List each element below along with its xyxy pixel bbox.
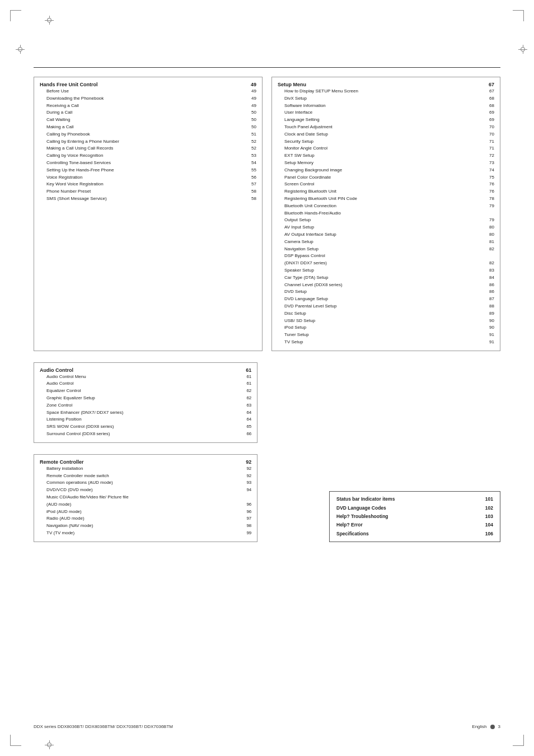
list-item: Monitor Angle Control71 — [278, 145, 494, 152]
crosshair-left-bottom — [16, 45, 25, 54]
footer-page: 3 — [498, 724, 500, 729]
list-item: Common operations (AUD mode)93 — [40, 479, 251, 487]
list-item: Voice Registration56 — [40, 174, 256, 181]
list-item: Remote Controller mode switch92 — [40, 473, 251, 480]
list-item: Audio Control Menu61 — [40, 374, 251, 381]
list-item: Status bar Indicator items101 — [336, 495, 493, 503]
list-item: Changing Background image74 — [278, 167, 494, 174]
list-item: Zone Control63 — [40, 402, 251, 409]
list-item: Help? Troubleshooting103 — [336, 512, 493, 521]
hands-free-box: Hands Free Unit Control 49 Before Use49D… — [34, 77, 263, 351]
setup-menu-items: How to Display SETUP Menu Screen67DivX S… — [278, 88, 494, 346]
list-item: DivX Setup68 — [278, 95, 494, 102]
top-rule — [34, 67, 500, 68]
summary-box: Status bar Indicator items101DVD Languag… — [329, 491, 500, 542]
list-item: Listening Position64 — [40, 416, 251, 423]
list-item: Key Word Voice Registration57 — [40, 181, 256, 188]
setup-menu-title: Setup Menu — [278, 82, 306, 87]
hands-free-title: Hands Free Unit Control — [40, 82, 98, 87]
list-item: SMS (Short Message Service)58 — [40, 195, 256, 203]
crosshair-bottom-right — [45, 740, 54, 749]
list-item: Call Waiting50 — [40, 116, 256, 124]
list-item: EXT SW Setup72 — [278, 152, 494, 160]
list-item: Music CD/Audio file/Video file/ Picture … — [40, 494, 251, 501]
list-item: Speaker Setup83 — [278, 267, 494, 274]
list-item: Output Setup79 — [278, 217, 494, 224]
remote-controller-title: Remote Controller — [40, 459, 84, 465]
list-item: Registering Bluetooth Unit PIN Code78 — [278, 195, 494, 203]
list-item: How to Display SETUP Menu Screen67 — [278, 88, 494, 95]
list-item: DVD/VCD (DVD mode)94 — [40, 487, 251, 494]
page-dot-icon — [490, 725, 495, 729]
corner-mark-br — [513, 735, 524, 746]
list-item: User Interface69 — [278, 109, 494, 116]
remote-controller-box: Remote Controller 92 Battery installatio… — [34, 454, 257, 542]
list-item: Specifications106 — [336, 530, 493, 538]
mid-section: Audio Control 61 Audio Control Menu61Aud… — [34, 362, 500, 443]
list-item: Bluetooth Hands-Free/Audio — [278, 210, 494, 217]
hands-free-title-row: Hands Free Unit Control 49 — [40, 82, 256, 87]
list-item: Bluetooth Unit Connection79 — [278, 203, 494, 210]
bottom-section: Remote Controller 92 Battery installatio… — [34, 454, 500, 542]
audio-control-title: Audio Control — [40, 367, 73, 373]
list-item: Equalizer Control62 — [40, 388, 251, 395]
list-item: Software Information68 — [278, 102, 494, 110]
main-content: Hands Free Unit Control 49 Before Use49D… — [34, 67, 500, 542]
list-item: DVD Language Codes102 — [336, 504, 493, 512]
list-item: USB/ SD Setup90 — [278, 318, 494, 325]
list-item: Downloading the Phonebook49 — [40, 95, 256, 102]
list-item: Touch Panel Adjustment70 — [278, 124, 494, 131]
footer: DDX series DDX8036BT/ DDX8036BTM/ DDX703… — [34, 724, 500, 729]
list-item: Language Setting69 — [278, 116, 494, 124]
list-item: Space Enhancer (DNX7/ DDX7 series)64 — [40, 409, 251, 417]
list-item: Audio Control61 — [40, 380, 251, 388]
list-item: Making a Call Using Call Records52 — [40, 145, 256, 152]
list-item: During a Call50 — [40, 109, 256, 116]
list-item: Screen Control76 — [278, 181, 494, 188]
footer-lang: English — [472, 724, 486, 729]
list-item: TV (TV mode)99 — [40, 530, 251, 537]
list-item: (DNX7/ DDX7 series)82 — [278, 260, 494, 267]
remote-controller-items: Battery installation92Remote Controller … — [40, 465, 251, 537]
list-item: Calling by Voice Recognition53 — [40, 152, 256, 160]
remote-controller-title-page: 92 — [246, 459, 251, 465]
list-item: Clock and Date Setup70 — [278, 131, 494, 138]
list-item: Disc Setup89 — [278, 310, 494, 318]
list-item: Tuner Setup91 — [278, 332, 494, 339]
list-item: Channel Level (DDX8 series)86 — [278, 282, 494, 289]
list-item: Security Setup71 — [278, 138, 494, 146]
list-item: Navigation Setup82 — [278, 246, 494, 253]
list-item: AV Output Interface Setup80 — [278, 231, 494, 239]
list-item: Phone Number Preset58 — [40, 188, 256, 195]
top-section: Hands Free Unit Control 49 Before Use49D… — [34, 77, 500, 351]
list-item: Making a Call50 — [40, 124, 256, 131]
list-item: Panel Color Coordinate75 — [278, 174, 494, 181]
remote-controller-title-row: Remote Controller 92 — [40, 459, 251, 465]
setup-menu-title-page: 67 — [489, 82, 494, 87]
list-item: Setting Up the Hands-Free Phone55 — [40, 167, 256, 174]
list-item: DVD Setup86 — [278, 288, 494, 296]
audio-control-items: Audio Control Menu61Audio Control61Equal… — [40, 374, 251, 438]
list-item: Camera Setup81 — [278, 239, 494, 246]
mid-spacer — [266, 362, 500, 443]
audio-control-title-page: 61 — [246, 367, 251, 373]
list-item: Help? Error104 — [336, 521, 493, 529]
list-item: (AUD mode)96 — [40, 501, 251, 508]
list-item: iPod Setup90 — [278, 324, 494, 332]
list-item: Registering Bluetooth Unit76 — [278, 188, 494, 195]
list-item: iPod (AUD mode)96 — [40, 508, 251, 516]
hands-free-title-page: 49 — [251, 82, 256, 87]
audio-control-box: Audio Control 61 Audio Control Menu61Aud… — [34, 362, 257, 443]
setup-menu-box: Setup Menu 67 How to Display SETUP Menu … — [271, 77, 500, 351]
list-item: Calling by Entering a Phone Number52 — [40, 138, 256, 146]
footer-right: English 3 — [472, 724, 500, 729]
crosshair-right-bottom — [518, 45, 527, 54]
list-item: Before Use49 — [40, 88, 256, 95]
list-item: Controlling Tone-based Services54 — [40, 160, 256, 167]
summary-container: Status bar Indicator items101DVD Languag… — [266, 454, 500, 542]
list-item: DVD Parental Level Setup88 — [278, 303, 494, 310]
hands-free-items: Before Use49Downloading the Phonebook49R… — [40, 88, 256, 203]
list-item: SRS WOW Control (DDX8 series)65 — [40, 423, 251, 431]
list-item: Setup Memory73 — [278, 160, 494, 167]
summary-items: Status bar Indicator items101DVD Languag… — [336, 495, 493, 538]
